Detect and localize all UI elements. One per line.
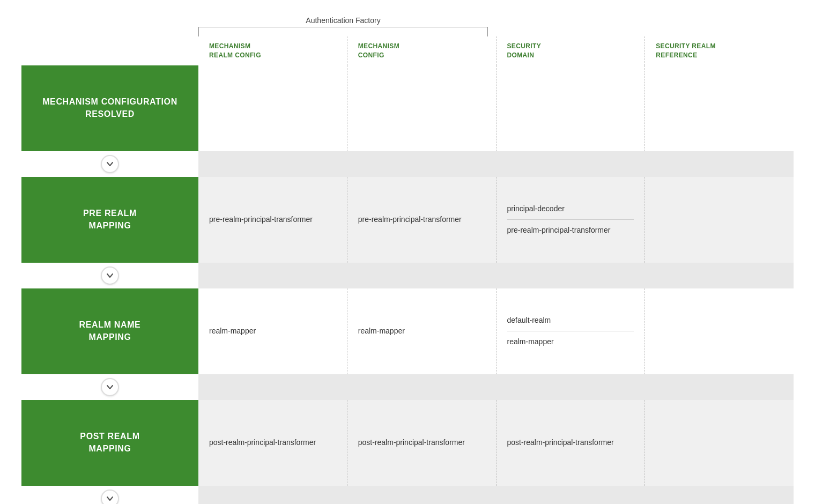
col-header-security-realm-reference: SECURITY REALMREFERENCE [645,36,794,65]
connector-1 [21,151,794,177]
chevron-circle-3 [101,378,119,396]
connector-2 [21,263,794,288]
cell-porm-security-realm-reference [645,400,794,486]
cell-rnm-security-realm-reference [645,288,794,374]
diagram-container: Authentication Factory MECHANISMREALM CO… [0,0,815,504]
cell-prm-mechanism-config: pre-realm-principal-transformer [347,177,497,263]
cell-prm-security-realm-reference [645,177,794,263]
cell-mcr-security-domain [497,65,646,151]
cell-rnm-mechanism-realm-config: realm-mapper [198,288,347,374]
cell-rnm-mechanism-config: realm-mapper [347,288,497,374]
cell-rnm-security-domain: default-realm realm-mapper [497,288,646,374]
sd-divider-2 [507,331,634,331]
connector-right-4 [198,486,794,504]
chevron-circle-1 [101,155,119,173]
label-realm-name-mapping: REALM NAMEMAPPING [21,288,198,374]
connector-right-3 [198,374,794,400]
cell-prm-mechanism-realm-config: pre-realm-principal-transformer [198,177,347,263]
label-post-realm-mapping: POST REALMMAPPING [21,400,198,486]
cell-mcr-mechanism-config [347,65,497,151]
sd-divider-1 [507,219,634,220]
chevron-circle-2 [101,266,119,285]
connector-right-1 [198,151,794,177]
connector-left-3 [21,374,198,400]
chevron-circle-4 [101,490,119,504]
connector-left-4 [21,486,198,504]
connector-3 [21,374,794,400]
connector-right-2 [198,263,794,288]
auth-factory-label: Authentication Factory [198,16,488,25]
auth-factory-bracket [198,27,488,36]
row-mechanism-configuration-resolved: MECHANISM CONFIGURATION RESOLVED [21,65,794,151]
cell-mcr-security-realm-reference [645,65,794,151]
header-row: MECHANISMREALM CONFIG MECHANISMCONFIG SE… [21,36,794,65]
cell-prm-security-domain: principal-decoder pre-realm-principal-tr… [497,177,646,263]
label-mechanism-configuration-resolved: MECHANISM CONFIGURATION RESOLVED [21,65,198,151]
row-post-realm-mapping: POST REALMMAPPING post-realm-principal-t… [21,400,794,486]
row-pre-realm-mapping: PRE REALMMAPPING pre-realm-principal-tra… [21,177,794,263]
sd-item-principal-decoder: principal-decoder [507,204,634,214]
col-header-security-domain: SECURITYDOMAIN [497,36,646,65]
cell-porm-mechanism-realm-config: post-realm-principal-transformer [198,400,347,486]
sd-item-realm-mapper: realm-mapper [507,337,634,347]
connector-left-1 [21,151,198,177]
connector-left-2 [21,263,198,288]
cell-porm-mechanism-config: post-realm-principal-transformer [347,400,497,486]
connector-4 [21,486,794,504]
cell-porm-security-domain: post-realm-principal-transformer [497,400,646,486]
col-header-mechanism-realm-config: MECHANISMREALM CONFIG [198,36,347,65]
row-realm-name-mapping: REALM NAMEMAPPING realm-mapper realm-map… [21,288,794,374]
sd-item-default-realm: default-realm [507,315,634,326]
label-pre-realm-mapping: PRE REALMMAPPING [21,177,198,263]
col-header-mechanism-config: MECHANISMCONFIG [347,36,497,65]
cell-mcr-mechanism-realm-config [198,65,347,151]
auth-factory-wrapper: Authentication Factory [198,16,794,36]
sd-item-pre-realm-pt: pre-realm-principal-transformer [507,225,634,236]
sd-item-post-realm-pt: post-realm-principal-transformer [507,438,634,448]
